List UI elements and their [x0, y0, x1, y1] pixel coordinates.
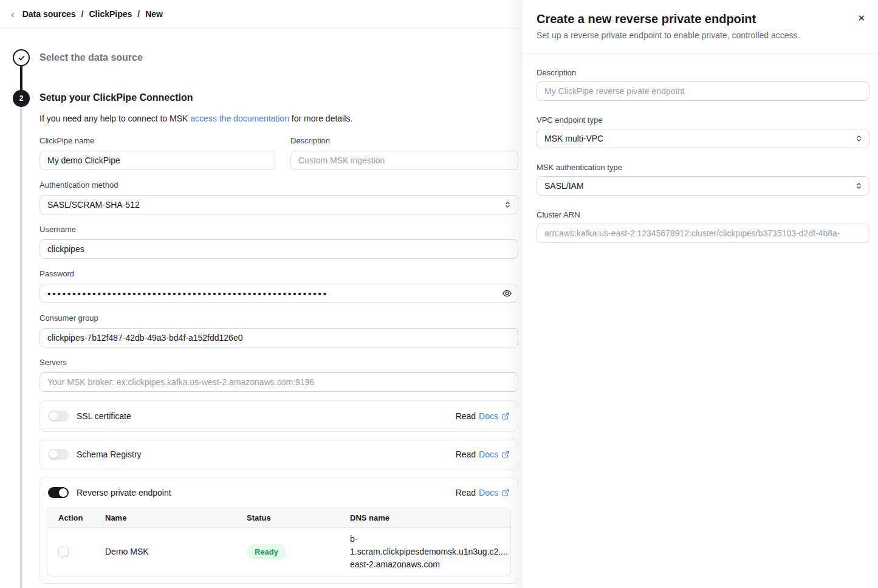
- endpoint-table: Action Name Status DNS name Demo MSK Rea…: [47, 508, 511, 576]
- username-input[interactable]: [39, 239, 518, 259]
- endpoint-table-row: Demo MSK Ready b- 1.scram.clickpipesdemo…: [47, 527, 510, 576]
- consumer-group-label: Consumer group: [39, 313, 518, 323]
- drawer-subtitle: Set up a reverse private endpoint to ena…: [537, 30, 846, 41]
- msk-auth-type-value: SASL/IAM: [544, 181, 584, 191]
- select-chevrons-icon: [855, 135, 863, 143]
- endpoint-name: Demo MSK: [94, 527, 236, 576]
- breadcrumb-new[interactable]: New: [145, 9, 163, 19]
- ssl-certificate-card: SSL certificate Read Docs: [39, 400, 518, 432]
- read-text: Read: [456, 488, 476, 497]
- auth-method-select[interactable]: SASL/SCRAM-SHA-512: [39, 195, 518, 214]
- description-group: Description: [290, 135, 518, 170]
- endpoint-row-checkbox[interactable]: [58, 547, 69, 557]
- cluster-arn-group: Cluster ARN: [537, 210, 869, 243]
- clickpipe-name-input[interactable]: [39, 151, 275, 170]
- select-chevrons-icon: [855, 182, 863, 190]
- msk-auth-type-label: MSK authentication type: [537, 162, 869, 173]
- col-status: Status: [236, 508, 339, 527]
- schema-docs-link[interactable]: Docs: [479, 450, 510, 459]
- endpoint-table-header-row: Action Name Status DNS name: [47, 508, 510, 527]
- help-suffix: for more details.: [289, 114, 352, 123]
- reverse-endpoint-card: Reverse private endpoint Read Docs Actio…: [39, 477, 518, 584]
- username-label: Username: [39, 224, 518, 234]
- read-text: Read: [456, 411, 476, 421]
- col-action: Action: [47, 508, 94, 527]
- page: ‹ Data sources / ClickPipes / New 2 Sele…: [0, 0, 878, 588]
- schema-registry-label: Schema Registry: [77, 450, 142, 459]
- step-2-indicator: 2: [13, 90, 30, 107]
- breadcrumb-separator: /: [81, 9, 84, 19]
- schema-registry-card: Schema Registry Read Docs: [39, 439, 518, 470]
- create-endpoint-drawer: Create a new reverse private endpoint Se…: [521, 0, 878, 588]
- back-chevron-icon[interactable]: ‹: [11, 9, 15, 19]
- password-label: Password: [39, 268, 518, 279]
- step-1-title: Select the data source: [39, 52, 518, 64]
- servers-input[interactable]: [39, 372, 518, 392]
- auth-method-group: Authentication method SASL/SCRAM-SHA-512: [39, 180, 518, 214]
- password-input[interactable]: [39, 284, 518, 303]
- servers-label: Servers: [39, 357, 518, 368]
- reverse-docs-link[interactable]: Docs: [479, 488, 510, 497]
- drawer-title: Create a new reverse private endpoint: [537, 12, 846, 26]
- schema-registry-toggle[interactable]: [48, 449, 69, 460]
- drawer-header: Create a new reverse private endpoint Se…: [522, 0, 878, 54]
- endpoint-dns: b- 1.scram.clickpipesdemomsk.u1n3ug.c2..…: [339, 527, 510, 576]
- vpc-endpoint-type-group: VPC endpoint type MSK multi-VPC: [537, 115, 869, 148]
- reverse-endpoint-label: Reverse private endpoint: [77, 488, 171, 497]
- breadcrumb: Data sources / ClickPipes / New: [22, 9, 163, 19]
- read-text: Read: [456, 450, 476, 459]
- help-prefix: If you need any help to connect to MSK: [39, 114, 190, 123]
- consumer-group-input[interactable]: [39, 328, 518, 347]
- consumer-group-group: Consumer group: [39, 313, 518, 347]
- servers-group: Servers: [39, 357, 518, 392]
- auth-method-label: Authentication method: [39, 180, 518, 190]
- cluster-arn-input[interactable]: [537, 224, 869, 243]
- cluster-arn-label: Cluster ARN: [537, 210, 869, 220]
- external-link-icon: [501, 450, 510, 459]
- status-badge: Ready: [247, 544, 286, 559]
- drawer-body: Description VPC endpoint type MSK multi-…: [522, 54, 878, 243]
- external-link-icon: [501, 488, 510, 497]
- documentation-link[interactable]: access the documentation: [190, 114, 289, 123]
- msk-auth-type-select[interactable]: SASL/IAM: [537, 176, 869, 196]
- schema-read-docs: Read Docs: [456, 450, 510, 459]
- col-name: Name: [94, 508, 236, 527]
- drawer-description-label: Description: [537, 67, 869, 78]
- ssl-certificate-toggle[interactable]: [48, 411, 69, 422]
- external-link-icon: [501, 412, 510, 420]
- breadcrumb-data-sources[interactable]: Data sources: [22, 9, 76, 19]
- description-input[interactable]: [290, 151, 518, 170]
- drawer-description-group: Description: [537, 67, 869, 101]
- clickpipe-name-label: ClickPipe name: [39, 135, 275, 146]
- breadcrumb-clickpipes[interactable]: ClickPipes: [89, 9, 132, 19]
- step-1-complete-indicator: [13, 49, 30, 66]
- step-2-title: Setup your ClickPipe Connection: [39, 92, 518, 104]
- reverse-read-docs: Read Docs: [456, 488, 510, 497]
- stepper-connector-done: [20, 65, 22, 91]
- eye-icon[interactable]: [502, 289, 512, 299]
- vpc-endpoint-type-label: VPC endpoint type: [537, 115, 869, 125]
- step-2-number: 2: [19, 94, 24, 103]
- description-label: Description: [290, 135, 518, 146]
- close-icon[interactable]: ✕: [857, 13, 865, 22]
- help-text: If you need any help to connect to MSK a…: [39, 112, 518, 125]
- ssl-docs-link[interactable]: Docs: [479, 411, 510, 421]
- password-group: Password: [39, 268, 518, 303]
- username-group: Username: [39, 224, 518, 259]
- col-dns: DNS name: [339, 508, 510, 527]
- drawer-description-input[interactable]: [537, 81, 869, 101]
- ssl-certificate-label: SSL certificate: [77, 411, 131, 421]
- clickpipe-name-group: ClickPipe name: [39, 135, 275, 170]
- vpc-endpoint-type-select[interactable]: MSK multi-VPC: [537, 129, 869, 148]
- vpc-endpoint-type-value: MSK multi-VPC: [544, 134, 603, 143]
- auth-method-value: SASL/SCRAM-SHA-512: [47, 200, 140, 210]
- select-chevrons-icon: [504, 201, 512, 209]
- ssl-read-docs: Read Docs: [456, 411, 510, 421]
- breadcrumb-separator: /: [137, 9, 140, 19]
- stepper-connector-pending: [20, 106, 22, 588]
- msk-auth-type-group: MSK authentication type SASL/IAM: [537, 162, 869, 196]
- check-icon: [18, 54, 26, 62]
- main-content: Select the data source Setup your ClickP…: [39, 29, 518, 584]
- reverse-endpoint-toggle[interactable]: [48, 487, 69, 498]
